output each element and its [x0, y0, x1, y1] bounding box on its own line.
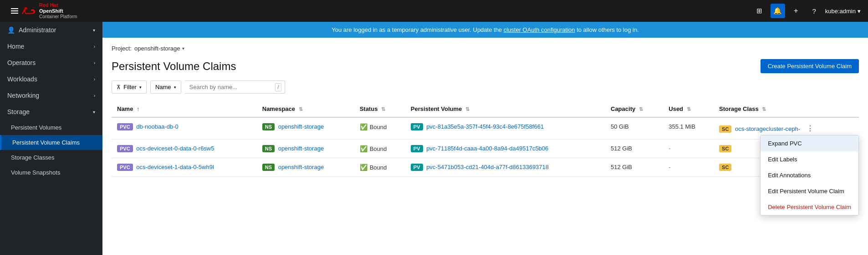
banner-oauth-link[interactable]: cluster OAuth configuration — [504, 26, 575, 33]
filter-button[interactable]: ⊼ Filter ▾ — [112, 80, 147, 94]
sidebar-home-label: Home — [7, 43, 24, 50]
col-storage-class[interactable]: Storage Class ⇅ — [714, 101, 859, 117]
col-used-sort-icon: ⇅ — [687, 106, 691, 112]
row1-ns-cell: NS openshift-storage — [257, 117, 354, 140]
row1-name-link[interactable]: db-noobaa-db-0 — [136, 123, 179, 130]
col-status[interactable]: Status ⇅ — [354, 101, 405, 117]
row1-ns-link[interactable]: openshift-storage — [278, 123, 324, 130]
sidebar-item-networking[interactable]: Networking › — [0, 87, 102, 104]
pvc-table: Name ↑ Namespace ⇅ Status ⇅ Persisten — [112, 101, 859, 177]
context-menu-edit-annotations[interactable]: Edit Annotations — [761, 167, 858, 183]
row3-status: ✅ Bound — [360, 164, 400, 171]
pvc-badge: PVC — [117, 123, 133, 130]
brand-text: Red Hat OpenShift Container Platform — [39, 2, 77, 20]
banner-text-after: to allow others to log in. — [577, 26, 639, 33]
col-persistent-volume[interactable]: Persistent Volume ⇅ — [405, 101, 605, 117]
plus-icon-button[interactable]: + — [789, 4, 803, 18]
col-pv-sort-icon: ⇅ — [465, 106, 470, 112]
context-menu-delete-pvc[interactable]: Delete Persistent Volume Claim — [761, 199, 858, 215]
sidebar-item-workloads[interactable]: Workloads › — [0, 71, 102, 87]
sc-badge: SC — [719, 145, 731, 152]
bound-check-icon: ✅ — [360, 123, 368, 130]
context-menu-edit-pvc[interactable]: Edit Persistent Volume Claim — [761, 183, 858, 199]
sidebar: 👤 Administrator ▾ Home › Operators › Wor… — [0, 22, 102, 255]
sidebar-role-selector[interactable]: 👤 Administrator ▾ — [0, 22, 102, 38]
table-row: PVC ocs-deviceset-0-data-0-r6sw5 NS open… — [112, 140, 859, 158]
row1-status: ✅ Bound — [360, 123, 400, 130]
row1-kebab-button[interactable]: ⋮ — [804, 123, 817, 134]
row2-name-link[interactable]: ocs-deviceset-0-data-0-r6sw5 — [136, 145, 214, 152]
sidebar-storage-label: Storage — [7, 108, 30, 115]
sidebar-workloads-label: Workloads — [7, 75, 37, 83]
col-name[interactable]: Name ↑ — [112, 101, 257, 117]
sidebar-sub-persistent-volume-claims[interactable]: Persistent Volume Claims — [0, 135, 102, 150]
top-navigation: Red Hat OpenShift Container Platform ⊞ 🔔… — [0, 0, 868, 22]
row3-capacity-cell: 512 GiB — [605, 158, 663, 177]
table-header: Name ↑ Namespace ⇅ Status ⇅ Persisten — [112, 101, 859, 117]
user-menu[interactable]: kube:admin ▾ — [825, 8, 861, 15]
row2-status: ✅ Bound — [360, 145, 400, 152]
bound-check-icon: ✅ — [360, 164, 368, 171]
sidebar-item-home[interactable]: Home › — [0, 38, 102, 55]
row1-name-cell: PVC db-noobaa-db-0 — [112, 117, 257, 140]
sidebar-item-operators[interactable]: Operators › — [0, 55, 102, 71]
search-slash-icon: / — [275, 83, 281, 91]
sidebar-sub-persistent-volumes[interactable]: Persistent Volumes — [0, 120, 102, 135]
sc-badge: SC — [719, 125, 731, 133]
banner-text: You are logged in as a temporary adminis… — [332, 26, 503, 33]
row3-name-cell: PVC ocs-deviceset-1-data-0-5wh9l — [112, 158, 257, 177]
pvc-badge: PVC — [117, 164, 133, 171]
bound-check-icon: ✅ — [360, 145, 368, 152]
search-wrap: / — [185, 80, 285, 94]
row1-capacity-cell: 50 GiB — [605, 117, 663, 140]
content-area: You are logged in as a temporary adminis… — [102, 22, 868, 255]
hamburger-menu[interactable] — [7, 4, 22, 18]
user-label: kube:admin — [825, 8, 856, 15]
redhat-logo-icon — [22, 5, 36, 17]
row3-pv-link[interactable]: pvc-5471b053-cd21-404d-a77f-d86133693718 — [426, 164, 549, 170]
row3-ns-link[interactable]: openshift-storage — [278, 164, 324, 170]
row2-pv-link[interactable]: pvc-71185f4d-caaa-4a00-8a94-da49517c5b06 — [426, 145, 548, 152]
ns-badge: NS — [262, 145, 275, 152]
table-body: PVC db-noobaa-db-0 NS openshift-storage … — [112, 117, 859, 177]
row2-used-cell: - — [663, 140, 714, 158]
project-chevron-icon: ▾ — [182, 46, 184, 51]
context-menu: Expand PVC Edit Labels Edit Annotations … — [760, 135, 859, 215]
row2-status-cell: ✅ Bound — [354, 140, 405, 158]
create-pvc-button[interactable]: Create Persistent Volume Claim — [761, 59, 859, 73]
col-used[interactable]: Used ⇅ — [663, 101, 714, 117]
search-input[interactable] — [185, 80, 285, 94]
context-menu-edit-labels[interactable]: Edit Labels — [761, 151, 858, 167]
filter-chevron-icon: ▾ — [139, 85, 142, 90]
pv-badge: PV — [411, 123, 423, 130]
col-capacity-sort-icon: ⇅ — [639, 106, 643, 112]
col-namespace-sort-icon: ⇅ — [299, 106, 303, 112]
col-capacity[interactable]: Capacity ⇅ — [605, 101, 663, 117]
name-filter-dropdown[interactable]: Name ▾ — [150, 80, 181, 94]
filter-icon: ⊼ — [117, 84, 121, 90]
project-value: openshift-storage — [134, 45, 180, 52]
bell-icon-button[interactable]: 🔔 — [771, 4, 785, 18]
context-menu-expand-pvc[interactable]: Expand PVC — [761, 135, 858, 151]
row2-name-cell: PVC ocs-deviceset-0-data-0-r6sw5 — [112, 140, 257, 158]
sidebar-item-storage[interactable]: Storage ▾ — [0, 104, 102, 120]
sidebar-home-chevron-icon: › — [94, 44, 95, 49]
brand-line3: Container Platform — [39, 14, 77, 20]
project-bar: Project: openshift-storage ▾ — [112, 45, 859, 52]
role-chevron-icon: ▾ — [93, 28, 95, 33]
grid-icon-button[interactable]: ⊞ — [752, 4, 767, 18]
row1-pv-cell: PV pvc-81a35e5a-357f-45f4-93c4-8e675f58f… — [405, 117, 605, 140]
row1-pv-link[interactable]: pvc-81a35e5a-357f-45f4-93c4-8e675f58f661 — [426, 123, 544, 130]
sidebar-workloads-chevron-icon: › — [94, 77, 95, 82]
row1-sc-link[interactable]: ocs-storagecluster-ceph- — [735, 125, 800, 132]
sidebar-sub-volume-snapshots[interactable]: Volume Snapshots — [0, 165, 102, 180]
help-icon-button[interactable]: ? — [807, 4, 822, 18]
admin-icon: 👤 — [7, 26, 15, 34]
col-namespace[interactable]: Namespace ⇅ — [257, 101, 354, 117]
brand-line2: OpenShift — [39, 8, 77, 14]
sidebar-sub-storage-classes[interactable]: Storage Classes — [0, 150, 102, 165]
project-dropdown[interactable]: openshift-storage ▾ — [134, 45, 184, 52]
row3-name-link[interactable]: ocs-deviceset-1-data-0-5wh9l — [136, 164, 214, 170]
row2-ns-link[interactable]: openshift-storage — [278, 145, 324, 152]
pvc-badge: PVC — [117, 145, 133, 152]
